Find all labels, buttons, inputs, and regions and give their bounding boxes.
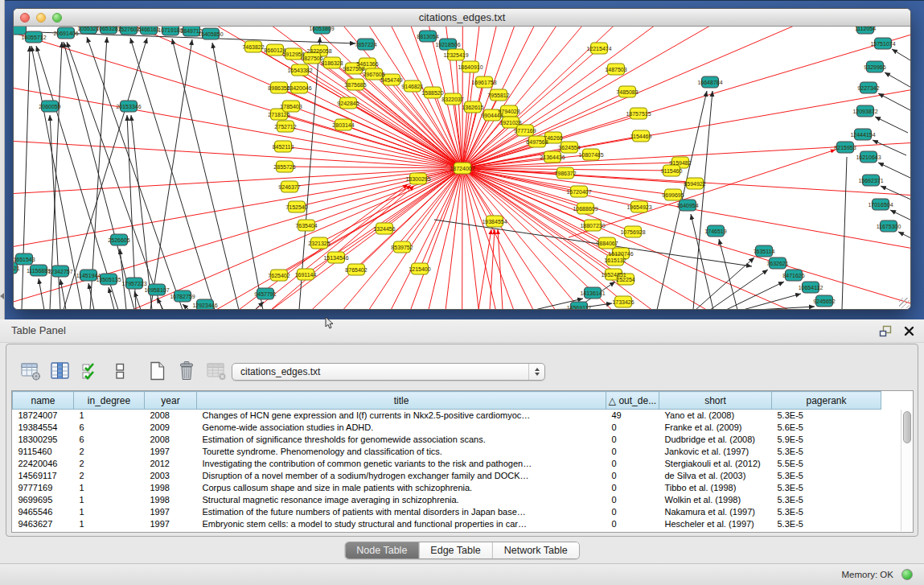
table-cell[interactable]: 1997 (145, 506, 197, 518)
close-panel-icon[interactable] (904, 325, 914, 340)
table-cell[interactable]: 2009 (145, 422, 197, 434)
table-cell[interactable]: 18300295 (13, 434, 74, 446)
table-cell[interactable]: Estimation of the future numbers of pati… (197, 506, 606, 518)
table-cell[interactable]: 5.3E-5 (772, 518, 881, 530)
table-cell[interactable]: 0 (606, 470, 659, 482)
left-panel-collapse-strip[interactable] (0, 0, 5, 319)
table-cell[interactable]: 1 (74, 518, 145, 530)
column-header[interactable]: △ out_de... (606, 392, 659, 410)
table-cell[interactable]: 2003 (145, 470, 197, 482)
tab-network-table[interactable]: Network Table (492, 542, 579, 558)
delete-column-button[interactable] (175, 360, 199, 381)
table-cell[interactable]: 5.3E-5 (772, 410, 881, 422)
table-row[interactable]: 946362711997Embryonic stem cells: a mode… (13, 518, 902, 530)
table-cell[interactable]: 0 (606, 458, 659, 470)
table-cell[interactable]: Nakamura et al. (1997) (659, 506, 772, 518)
table-row[interactable]: 969969511998Structural magnetic resonanc… (13, 494, 902, 506)
table-cell[interactable]: 1 (74, 482, 145, 494)
column-header[interactable]: short (659, 392, 772, 410)
table-cell[interactable] (881, 506, 902, 518)
table-cell[interactable]: 5.3E-5 (772, 482, 881, 494)
table-cell[interactable]: 5.6E-5 (772, 422, 881, 434)
table-cell[interactable]: 19384554 (13, 422, 74, 434)
table-selector-dropdown[interactable]: citations_edges.txt (232, 363, 545, 381)
table-cell[interactable]: 9699695 (13, 494, 74, 506)
table-cell[interactable]: 1 (74, 410, 145, 422)
table-cell[interactable]: Genome-wide association studies in ADHD. (197, 422, 606, 434)
table-row[interactable]: 2242004622012Investigating the contribut… (13, 458, 902, 470)
network-view[interactable]: 1405571220691406105532710653287152760264… (14, 27, 910, 309)
table-cell[interactable]: 1 (74, 494, 145, 506)
table-cell[interactable]: 14569117 (13, 470, 74, 482)
table-cell[interactable]: 0 (606, 518, 659, 530)
collapse-left-arrow-icon[interactable] (0, 293, 4, 299)
table-cell[interactable]: 1997 (145, 446, 197, 458)
table-cell[interactable]: Stergiakouli et al. (2012) (659, 458, 772, 470)
table-cell[interactable]: Tibbo et al. (1998) (659, 482, 772, 494)
table-cell[interactable]: Yano et al. (2008) (659, 410, 772, 422)
table-cell[interactable] (881, 410, 902, 422)
column-header[interactable]: in_degree (74, 392, 145, 410)
table-cell[interactable]: 0 (606, 494, 659, 506)
table-cell[interactable]: Disruption of a novel member of a sodium… (197, 470, 606, 482)
float-panel-icon[interactable] (879, 325, 892, 340)
table-cell[interactable] (881, 422, 902, 434)
table-cell[interactable]: 1997 (145, 518, 197, 530)
table-cell[interactable]: 5.3E-5 (772, 506, 881, 518)
table-settings-button[interactable] (18, 360, 43, 381)
table-cell[interactable]: 2008 (145, 410, 197, 422)
table-cell[interactable]: 9777169 (13, 482, 74, 494)
table-cell[interactable]: 5.3E-5 (772, 470, 881, 482)
table-cell[interactable]: Structural magnetic resonance image aver… (197, 494, 606, 506)
column-header[interactable]: pagerank (772, 392, 881, 410)
table-cell[interactable]: Dudbridge et al. (2008) (659, 434, 772, 446)
table-cell[interactable]: 49 (606, 410, 659, 422)
column-header[interactable]: year (145, 392, 197, 410)
window-titlebar[interactable]: citations_edges.txt (14, 9, 910, 27)
table-cell[interactable]: 5.5E-5 (772, 458, 881, 470)
table-cell[interactable]: 22420046 (13, 458, 74, 470)
table-cell[interactable]: 0 (606, 506, 659, 518)
table-row[interactable]: 946554611997Estimation of the future num… (13, 506, 902, 518)
tab-edge-table[interactable]: Edge Table (418, 542, 491, 558)
table-cell[interactable]: Hescheler et al. (1997) (659, 518, 772, 530)
table-cell[interactable]: Estimation of significance thresholds fo… (197, 434, 606, 446)
citation-network-canvas[interactable]: 1405571220691406105532710653287152760264… (14, 27, 910, 309)
table-cell[interactable]: 2 (74, 458, 145, 470)
table-cell[interactable]: de Silva et al. (2003) (659, 470, 772, 482)
table-cell[interactable]: 1998 (145, 482, 197, 494)
table-cell[interactable]: 9115460 (13, 446, 74, 458)
table-cell[interactable]: 2 (74, 470, 145, 482)
column-header[interactable]: title (197, 392, 606, 410)
table-row[interactable]: 1938455462009Genome-wide association stu… (13, 422, 902, 434)
table-cell[interactable]: Embryonic stem cells: a model to study s… (197, 518, 606, 530)
table-cell[interactable]: 5.3E-5 (772, 494, 881, 506)
table-cell[interactable] (881, 494, 902, 506)
table-row[interactable]: 1456911722003Disruption of a novel membe… (13, 470, 902, 482)
table-row[interactable]: 911546021997Tourette syndrome. Phenomeno… (13, 446, 902, 458)
table-cell[interactable] (881, 518, 902, 530)
table-cell[interactable] (881, 446, 902, 458)
table-cell[interactable]: 18724007 (13, 410, 74, 422)
table-cell[interactable]: 0 (606, 422, 659, 434)
new-column-button[interactable] (145, 360, 169, 381)
column-header[interactable]: name (13, 392, 74, 410)
table-cell[interactable] (881, 482, 902, 494)
table-cell[interactable] (881, 470, 902, 482)
tab-node-table[interactable]: Node Table (345, 542, 418, 558)
table-row[interactable]: 1830029562008Estimation of significance … (13, 434, 902, 446)
table-cell[interactable]: 9465546 (13, 506, 74, 518)
table-cell[interactable]: 9463627 (13, 518, 74, 530)
table-cell[interactable]: 6 (74, 422, 145, 434)
select-column-button[interactable] (48, 360, 72, 381)
table-cell[interactable]: 6 (74, 434, 145, 446)
table-cell[interactable]: 0 (606, 482, 659, 494)
table-cell[interactable]: 5.3E-5 (772, 446, 881, 458)
table-cell[interactable]: Tourette syndrome. Phenomenology and cla… (197, 446, 606, 458)
delete-table-button[interactable] (204, 360, 228, 381)
table-cell[interactable]: 2012 (145, 458, 197, 470)
table-cell[interactable]: Jankovic et al. (1997) (659, 446, 772, 458)
graph-node[interactable] (14, 27, 27, 35)
table-cell[interactable]: Wolkin et al. (1998) (659, 494, 772, 506)
table-cell[interactable]: 2 (74, 446, 145, 458)
